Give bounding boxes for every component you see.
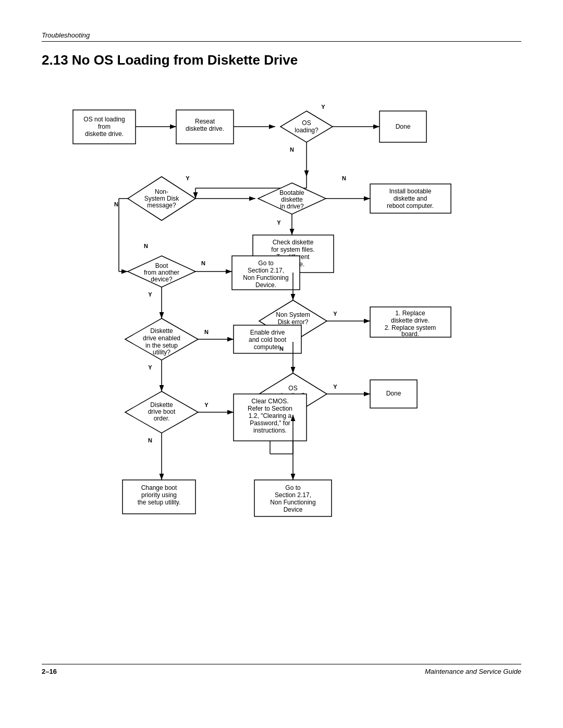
header: Troubleshooting [42, 31, 521, 42]
svg-text:Done: Done [396, 123, 411, 130]
svg-text:from another: from another [144, 269, 179, 276]
svg-text:diskette drive.: diskette drive. [85, 130, 124, 138]
footer-left: 2–16 [42, 668, 57, 675]
svg-text:Non Functioning: Non Functioning [243, 274, 288, 281]
svg-text:diskette drive.: diskette drive. [186, 125, 224, 132]
flowchart-svg: OS not loading from diskette drive. Rese… [42, 84, 521, 647]
start-label: OS not loading [83, 116, 125, 123]
svg-text:Reseat: Reseat [195, 118, 215, 125]
svg-text:OS: OS [288, 385, 297, 392]
svg-text:Y: Y [148, 291, 152, 298]
svg-text:order.: order. [154, 415, 170, 422]
svg-text:diskette and: diskette and [394, 195, 427, 202]
svg-text:Non System: Non System [276, 311, 310, 318]
svg-text:Section 2.17,: Section 2.17, [248, 267, 284, 274]
svg-text:Y: Y [321, 104, 325, 110]
svg-text:and cold boot: and cold boot [249, 336, 287, 343]
svg-text:OS: OS [302, 119, 311, 127]
svg-text:Y: Y [204, 402, 209, 408]
header-left: Troubleshooting [42, 31, 90, 39]
svg-text:Boot: Boot [155, 262, 168, 269]
flowchart-container: OS not loading from diskette drive. Rese… [42, 84, 521, 648]
svg-text:for system files.: for system files. [271, 246, 314, 253]
svg-text:computer.: computer. [254, 343, 282, 351]
svg-text:N: N [201, 260, 205, 266]
svg-text:loading?: loading? [295, 127, 319, 134]
svg-text:Y: Y [186, 175, 190, 181]
svg-text:Device.: Device. [255, 281, 276, 289]
svg-text:Y: Y [333, 311, 337, 317]
svg-text:Check diskette: Check diskette [273, 239, 314, 246]
svg-text:Done: Done [386, 390, 401, 397]
svg-text:N: N [342, 175, 346, 181]
svg-text:N: N [279, 346, 284, 352]
svg-text:Install bootable: Install bootable [389, 188, 432, 195]
svg-text:Refer to Section: Refer to Section [248, 405, 292, 412]
svg-text:N: N [290, 146, 294, 153]
svg-text:N: N [148, 437, 152, 443]
footer-right: Maintenance and Service Guide [425, 668, 521, 675]
svg-text:message?: message? [147, 202, 176, 209]
svg-text:Section 2.17,: Section 2.17, [275, 491, 311, 499]
svg-text:from: from [98, 123, 111, 130]
svg-text:Y: Y [148, 364, 152, 371]
svg-text:diskette drive.: diskette drive. [391, 317, 430, 324]
svg-text:Clear CMOS.: Clear CMOS. [251, 398, 288, 405]
svg-text:board.: board. [401, 330, 419, 338]
svg-text:Enable drive: Enable drive [250, 329, 285, 336]
page: Troubleshooting 2.13 No OS Loading from … [0, 0, 563, 728]
svg-text:in the setup: in the setup [145, 342, 178, 349]
svg-text:System Disk: System Disk [144, 195, 180, 202]
svg-text:utility?: utility? [153, 349, 170, 356]
svg-text:Go to: Go to [285, 484, 301, 491]
svg-text:Disk error?: Disk error? [278, 318, 309, 326]
svg-text:device?: device? [151, 276, 173, 283]
svg-text:Non-: Non- [155, 188, 168, 195]
svg-text:in drive?: in drive? [280, 203, 304, 210]
svg-text:diskette: diskette [281, 196, 303, 203]
svg-text:Password," for: Password," for [250, 419, 290, 427]
svg-text:the setup utility.: the setup utility. [138, 499, 181, 506]
svg-text:reboot computer.: reboot computer. [387, 202, 434, 209]
svg-text:1. Replace: 1. Replace [395, 310, 425, 317]
svg-text:instructions.: instructions. [253, 427, 287, 434]
svg-text:Non Functioning: Non Functioning [270, 499, 315, 506]
svg-text:drive enabled: drive enabled [143, 335, 180, 342]
svg-text:N: N [144, 243, 148, 249]
svg-text:Y: Y [333, 384, 337, 390]
svg-text:Bootable: Bootable [279, 189, 304, 196]
svg-text:Diskette: Diskette [150, 401, 173, 409]
section-title: 2.13 No OS Loading from Diskette Drive [42, 52, 521, 68]
svg-text:Go to: Go to [258, 260, 274, 267]
svg-text:N: N [114, 201, 118, 207]
svg-text:N: N [204, 329, 209, 335]
svg-text:priority using: priority using [141, 491, 177, 499]
footer: 2–16 Maintenance and Service Guide [42, 664, 521, 675]
svg-text:Diskette: Diskette [150, 327, 173, 335]
svg-text:Change boot: Change boot [141, 484, 177, 491]
svg-text:drive boot: drive boot [148, 408, 176, 415]
svg-text:Device: Device [284, 506, 303, 513]
svg-text:1.2, "Clearing a: 1.2, "Clearing a [249, 412, 292, 419]
svg-text:Y: Y [277, 219, 281, 226]
